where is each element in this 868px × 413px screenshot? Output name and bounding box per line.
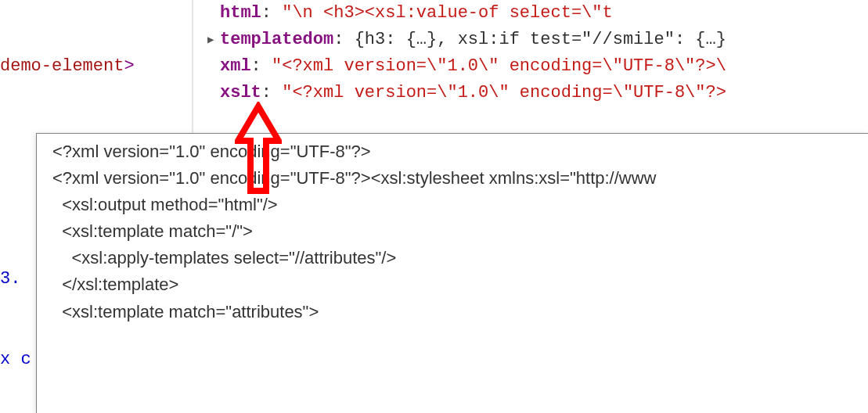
property-row-html[interactable]: html: "\n <h3><xsl:value-of select=\"t xyxy=(207,0,868,27)
code-token: > xyxy=(124,56,134,76)
property-key: html xyxy=(220,3,261,23)
colon: : xyxy=(251,56,272,76)
code-token: demo-element xyxy=(0,56,124,76)
tooltip-line: <xsl:apply-templates select="//attribute… xyxy=(52,245,868,271)
code-token xyxy=(0,186,36,213)
property-key: xml xyxy=(220,56,251,76)
colon: : xyxy=(261,3,282,23)
property-value: "<?xml version=\"1.0\" encoding=\"UTF-8\… xyxy=(282,83,726,102)
property-key: templatedom xyxy=(220,30,333,49)
property-row-templatedom[interactable]: ▶templatedom: {h3: {…}, xsl:if test="//s… xyxy=(207,27,868,53)
expand-placeholder xyxy=(207,5,218,23)
tooltip-line: <xsl:output method="html"/> xyxy=(52,192,868,218)
tooltip-line: <?xml version="1.0" encoding="UTF-8"?><x… xyxy=(52,165,868,192)
left-code-panel: demo-element> 2d. default sl ut `name` a… xyxy=(0,0,192,133)
tooltip-line: <xsl:template match="/"> xyxy=(52,218,868,245)
code-token: x c xyxy=(0,347,36,373)
expand-placeholder xyxy=(207,59,218,76)
property-value: {h3: {…}, xsl:if test="//smile": {…} xyxy=(355,30,726,49)
expand-placeholder xyxy=(207,85,218,102)
property-value: "<?xml version=\"1.0\" encoding=\"UTF-8\… xyxy=(272,56,726,76)
tooltip-line: <?xml version="1.0" encoding="UTF-8"?> xyxy=(52,138,868,165)
tooltip-line: </xsl:template> xyxy=(52,271,868,298)
triangle-right-icon[interactable]: ▶ xyxy=(207,32,218,49)
colon: : xyxy=(261,83,282,102)
code-token: 3. xyxy=(0,266,36,293)
left-code-panel-overflow: 3. x c ond </d xyxy=(0,133,36,413)
top-region: demo-element> 2d. default sl ut `name` a… xyxy=(0,0,868,133)
object-inspector-panel[interactable]: html: "\n <h3><xsl:value-of select=\"t ▶… xyxy=(192,0,868,133)
xslt-tooltip-panel: <?xml version="1.0" encoding="UTF-8"?> <… xyxy=(36,133,868,413)
colon: : xyxy=(333,30,354,49)
property-row-xslt[interactable]: xslt: "<?xml version=\"1.0\" encoding=\"… xyxy=(207,80,868,106)
property-row-xml[interactable]: xml: "<?xml version=\"1.0\" encoding=\"U… xyxy=(207,53,868,80)
tooltip-line: <xsl:template match="attributes"> xyxy=(52,299,868,325)
property-key: xslt xyxy=(220,83,261,102)
property-value: "\n <h3><xsl:value-of select=\"t xyxy=(282,3,612,23)
